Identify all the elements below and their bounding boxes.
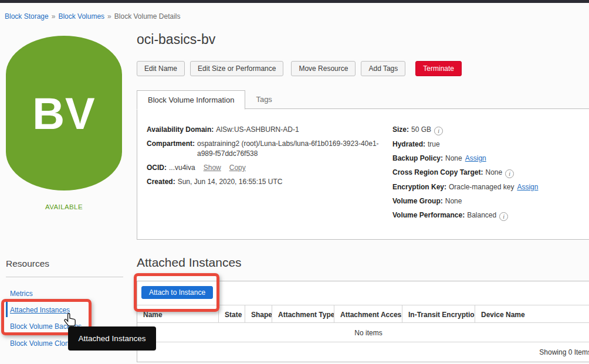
field-label: Encryption Key: (392, 183, 446, 191)
tab-block-volume-information[interactable]: Block Volume Information (137, 90, 245, 110)
field-label: OCID: (147, 164, 167, 172)
field-hydrated: Hydrated:true (392, 140, 538, 149)
breadcrumb-separator: » (107, 12, 111, 21)
column-header-shape: Shape (245, 305, 272, 322)
info-icon[interactable]: i (499, 212, 508, 221)
table-empty-message: No items (137, 324, 589, 341)
bv-icon-label: BV (32, 88, 96, 139)
column-header-device-name: Device Name (475, 305, 589, 322)
breadcrumb-block-volumes[interactable]: Block Volumes (58, 12, 104, 21)
field-label: Availability Domain: (147, 125, 214, 134)
breadcrumb-current: Block Volume Details (114, 12, 181, 21)
breadcrumb: Block Storage»Block Volumes»Block Volume… (5, 12, 181, 21)
details-column-left: Availability Domain:AlSw:US-ASHBURN-AD-1… (147, 125, 388, 191)
tooltip: Attached Instances (68, 326, 156, 351)
table-footer-showing-count: Showing 0 Items (137, 342, 589, 360)
terminate-button[interactable]: Terminate (415, 61, 462, 76)
resources-heading: Resources (6, 258, 49, 269)
field-value: 50 GB (411, 125, 431, 134)
tooltip-text: Attached Instances (79, 334, 146, 343)
info-icon[interactable]: i (505, 169, 514, 178)
tab-tags[interactable]: Tags (245, 90, 282, 108)
console-top-bar (0, 0, 589, 3)
field-value: Sun, Jun 14, 2020, 16:55:15 UTC (178, 178, 283, 186)
annotation-box-attach-button (134, 273, 219, 312)
add-tags-button[interactable]: Add Tags (361, 61, 405, 76)
field-label: Compartment: (147, 140, 195, 148)
ocid-copy-link[interactable]: Copy (229, 164, 246, 172)
sidebar-item-metrics[interactable]: Metrics (10, 290, 33, 298)
column-header-in-transit-encryption: In-Transit Encryption (402, 305, 475, 322)
move-resource-button[interactable]: Move Resource (291, 61, 356, 76)
ocid-show-link[interactable]: Show (204, 164, 221, 172)
field-availability-domain: Availability Domain:AlSw:US-ASHBURN-AD-1 (147, 125, 388, 135)
field-created: Created:Sun, Jun 14, 2020, 16:55:15 UTC (147, 177, 388, 187)
block-volume-details-page: Block Storage»Block Volumes»Block Volume… (0, 0, 589, 364)
cursor-pointer-icon (62, 312, 80, 332)
field-value: None (445, 197, 462, 205)
field-ocid: OCID:...vu4ivaShowCopy (147, 163, 388, 173)
breadcrumb-block-storage[interactable]: Block Storage (5, 12, 49, 21)
detail-tabs: Block Volume Information Tags (137, 90, 283, 110)
column-header-attachment-access: Attachment Access (334, 305, 402, 322)
field-label: Cross Region Copy Target: (392, 168, 483, 176)
field-compartment: Compartment:ospatraining2 (root)/Luna-La… (147, 139, 388, 159)
field-value: Balanced (467, 211, 496, 219)
encryption-key-assign-link[interactable]: Assign (517, 183, 538, 191)
column-header-state: State (219, 305, 245, 322)
field-label: Backup Policy: (392, 154, 443, 162)
breadcrumb-separator: » (52, 12, 56, 21)
field-label: Size: (392, 125, 409, 134)
field-value: None (485, 168, 502, 176)
field-label: Hydrated: (392, 140, 425, 148)
action-toolbar: Edit Name Edit Size or Performance Move … (137, 61, 467, 76)
field-value: ...vu4iva (169, 164, 195, 172)
backup-policy-assign-link[interactable]: Assign (465, 154, 486, 162)
field-value: AlSw:US-ASHBURN-AD-1 (216, 125, 299, 134)
edit-name-button[interactable]: Edit Name (137, 61, 185, 76)
field-backup-policy: Backup Policy:NoneAssign (392, 154, 538, 164)
field-value: true (428, 140, 440, 148)
info-icon[interactable]: i (434, 127, 443, 135)
field-volume-performance: Volume Performance:Balancedi (392, 210, 538, 221)
field-value: ospatraining2 (root)/Luna-Labs/luna-6f1b… (197, 139, 388, 159)
details-column-right: Size:50 GBi Hydrated:true Backup Policy:… (392, 125, 538, 225)
resources-divider (6, 277, 123, 277)
field-value: Oracle-managed key (449, 183, 514, 191)
field-size: Size:50 GBi (392, 125, 538, 135)
status-badge: AVAILABLE (6, 203, 122, 210)
field-cross-region-copy-target: Cross Region Copy Target:Nonei (392, 168, 538, 178)
sidebar-item-block-volume-clones[interactable]: Block Volume Clones (10, 339, 76, 348)
attached-instances-heading: Attached Instances (137, 256, 242, 270)
field-label: Volume Group: (392, 197, 443, 205)
edit-size-button[interactable]: Edit Size or Performance (190, 61, 283, 76)
field-volume-group: Volume Group:None (392, 196, 538, 206)
column-header-attachment-type: Attachment Type (272, 305, 334, 322)
field-label: Volume Performance: (392, 211, 465, 219)
field-label: Created: (147, 178, 175, 186)
page-title: oci-basics-bv (137, 32, 215, 47)
field-value: None (445, 154, 462, 162)
block-volume-icon: BV (6, 36, 122, 190)
field-encryption-key: Encryption Key:Oracle-managed keyAssign (392, 182, 538, 192)
